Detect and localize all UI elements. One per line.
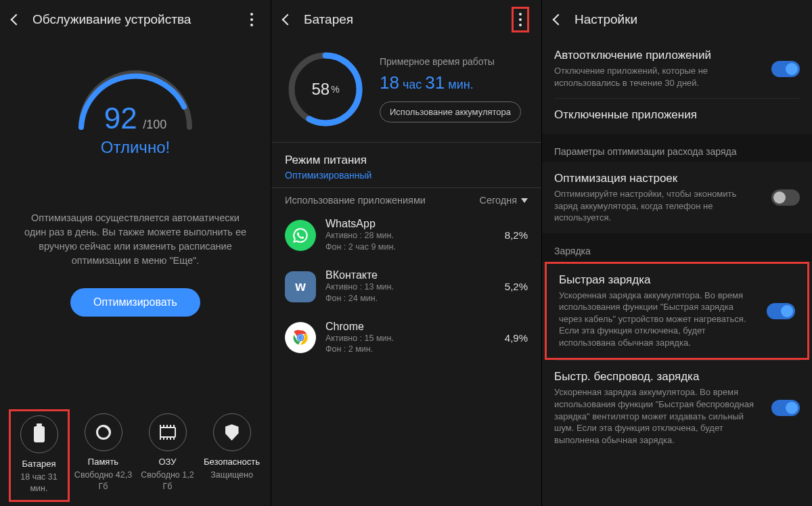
setting-title: Быстр. беспровод. зарядка <box>554 370 762 384</box>
setting-wireless-fast-charging[interactable]: Быстр. беспровод. зарядка Ускоренная зар… <box>542 361 812 455</box>
setting-desc: Оптимизируйте настройки, чтобы экономить… <box>554 188 762 224</box>
svg-point-5 <box>298 336 302 340</box>
setting-auto-disable[interactable]: Автоотключение приложений Отключение при… <box>542 39 812 98</box>
app-percent: 5,2% <box>505 281 528 292</box>
topbar: Батарея <box>271 0 541 39</box>
tile-battery[interactable]: Батарея 18 час 31 мин. <box>9 409 70 502</box>
tile-sub: Защищено <box>210 469 253 481</box>
shield-icon <box>213 413 251 451</box>
optimize-button[interactable]: Оптимизировать <box>70 288 200 317</box>
setting-desc: Ускоренная зарядка аккумулятора. Во врем… <box>559 290 757 349</box>
toggle-switch[interactable] <box>771 61 800 77</box>
battery-settings-screen: Настройки Автоотключение приложений Откл… <box>541 0 812 506</box>
back-icon[interactable] <box>553 14 564 26</box>
setting-optimize[interactable]: Оптимизация настроек Оптимизируйте настр… <box>542 162 812 233</box>
topbar: Обслуживание устройства <box>0 0 271 39</box>
setting-title: Быстрая зарядка <box>559 273 757 287</box>
pie-icon <box>85 413 122 451</box>
app-background: Фон : 2 мин. <box>325 344 495 355</box>
optimization-desc: Оптимизация осуществляется автоматически… <box>0 211 271 268</box>
tile-sub: Свободно 1,2 Гб <box>139 469 197 492</box>
battery-summary: 58% Примерное время работы 18 час 31 мин… <box>271 39 541 142</box>
device-care-screen: Обслуживание устройства 92 /100 Отлично!… <box>0 0 271 506</box>
app-active: Активно : 15 мин. <box>325 333 495 344</box>
tile-security[interactable]: Безопасность Защищено <box>202 409 263 502</box>
period-dropdown[interactable]: Сегодня <box>479 195 528 206</box>
app-background: Фон : 24 мин. <box>325 293 495 304</box>
battery-icon <box>20 415 58 453</box>
score-gauge: 92 /100 Отлично! <box>0 60 271 157</box>
battery-pct: 58 <box>311 80 330 99</box>
ram-icon <box>149 413 187 451</box>
topbar: Настройки <box>542 0 812 39</box>
app-row[interactable]: WhatsApp Активно : 28 мин. Фон : 2 час 9… <box>285 210 528 261</box>
setting-title: Оптимизация настроек <box>554 172 762 185</box>
app-active: Активно : 28 мин. <box>325 230 495 242</box>
battery-screen: Батарея 58% Примерное время работы 18 ча… <box>271 0 541 506</box>
tile-label: ОЗУ <box>158 457 176 467</box>
app-usage-list: WhatsApp Активно : 28 мин. Фон : 2 час 9… <box>271 210 541 363</box>
toggle-switch[interactable] <box>771 400 800 416</box>
care-tiles: Батарея 18 час 31 мин. Память Свободно 4… <box>0 409 271 502</box>
app-background: Фон : 2 час 9 мин. <box>325 242 495 253</box>
tile-label: Батарея <box>22 459 55 469</box>
app-row[interactable]: w ВКонтакте Активно : 13 мин. Фон : 24 м… <box>285 261 528 313</box>
setting-title: Отключенные приложения <box>554 108 800 122</box>
tile-label: Память <box>88 457 118 467</box>
app-name: Chrome <box>325 321 495 333</box>
setting-desc: Отключение приложений, которые не исполь… <box>554 65 762 89</box>
fast-charging-highlight: Быстрая зарядка Ускоренная зарядка аккум… <box>545 262 809 361</box>
setting-fast-charging[interactable]: Быстрая зарядка Ускоренная зарядка аккум… <box>547 264 807 359</box>
power-mode-title: Режим питания <box>285 154 528 167</box>
back-icon[interactable] <box>11 14 22 26</box>
tile-ram[interactable]: ОЗУ Свободно 1,2 Гб <box>137 409 198 502</box>
setting-disabled-apps[interactable]: Отключенные приложения <box>542 99 812 134</box>
more-icon[interactable] <box>512 7 529 32</box>
app-row[interactable]: Chrome Активно : 15 мин. Фон : 2 мин. 4,… <box>285 313 528 364</box>
toggle-switch[interactable] <box>771 189 800 206</box>
whatsapp-icon <box>285 220 316 251</box>
tile-label: Безопасность <box>204 457 260 467</box>
power-mode-value: Оптимизированный <box>285 170 528 181</box>
toggle-switch[interactable] <box>767 303 795 319</box>
estimate-value: 18 час 31 мин. <box>380 72 528 93</box>
chevron-down-icon <box>521 198 528 203</box>
tile-storage[interactable]: Память Свободно 42,3 Гб <box>73 409 134 502</box>
estimate-label: Примерное время работы <box>380 56 528 67</box>
vk-icon: w <box>285 271 316 302</box>
setting-title: Автоотключение приложений <box>554 49 762 62</box>
battery-ring: 58% <box>285 49 366 130</box>
page-title: Настройки <box>574 12 800 27</box>
page-title: Обслуживание устройства <box>32 12 233 27</box>
page-title: Батарея <box>304 12 499 27</box>
app-percent: 4,9% <box>505 332 528 344</box>
tile-sub: 18 час 31 мин. <box>12 472 66 495</box>
chrome-icon <box>285 322 316 353</box>
group-header: Зарядка <box>542 233 812 262</box>
power-mode-row[interactable]: Режим питания Оптимизированный <box>271 143 541 187</box>
usage-header-label: Использование приложениями <box>285 195 426 206</box>
group-header: Параметры оптимизации расхода заряда <box>542 134 812 162</box>
setting-desc: Ускоренная зарядка аккумулятора. Во врем… <box>554 386 762 446</box>
battery-usage-button[interactable]: Использование аккумулятора <box>380 101 521 122</box>
app-percent: 8,2% <box>505 229 528 241</box>
score-label: Отлично! <box>101 138 170 157</box>
tile-sub: Свободно 42,3 Гб <box>74 469 133 492</box>
app-name: WhatsApp <box>325 218 495 230</box>
app-name: ВКонтакте <box>325 269 495 281</box>
back-icon[interactable] <box>282 14 294 26</box>
more-icon[interactable] <box>245 10 258 29</box>
app-active: Активно : 13 мин. <box>325 281 495 293</box>
app-usage-header: Использование приложениями Сегодня <box>271 188 541 210</box>
